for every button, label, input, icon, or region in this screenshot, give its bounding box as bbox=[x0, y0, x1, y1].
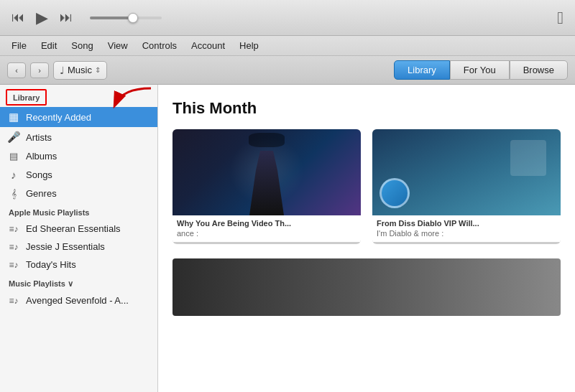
menu-song[interactable]: Song bbox=[65, 39, 98, 52]
menu-edit[interactable]: Edit bbox=[35, 39, 63, 52]
playlist-icon-2: ≡♪ bbox=[7, 242, 20, 252]
jessie-j-label: Jessie J Essentials bbox=[26, 241, 150, 252]
source-selector[interactable]: ♩ Music ⇕ bbox=[53, 61, 107, 80]
chevron-up-down-icon: ⇕ bbox=[95, 66, 101, 74]
albums-icon: ▤ bbox=[7, 151, 20, 162]
bottom-card[interactable] bbox=[172, 258, 561, 316]
music-card-1[interactable]: Why You Are Being Video Th... ance : bbox=[172, 129, 361, 244]
rewind-button[interactable]: ⏮ bbox=[9, 7, 27, 28]
card2-sub: I'm Diablo & more : bbox=[377, 228, 556, 238]
sidebar-item-ed-sheeran[interactable]: ≡♪ Ed Sheeran Essentials bbox=[0, 220, 157, 238]
main-layout: Library ▦ Recently Added 🎤 Artists ▤ Alb… bbox=[0, 85, 575, 392]
sidebar-item-artists[interactable]: 🎤 Artists bbox=[0, 127, 157, 147]
todays-hits-label: Today's Hits bbox=[26, 259, 150, 270]
ed-sheeran-label: Ed Sheeran Essentials bbox=[26, 223, 150, 234]
artists-icon: 🎤 bbox=[7, 131, 20, 144]
library-header: Library bbox=[13, 93, 40, 102]
back-button[interactable]: ‹ bbox=[7, 62, 26, 78]
fastforward-button[interactable]: ⏭ bbox=[57, 7, 75, 28]
songs-icon: ♪ bbox=[7, 169, 20, 181]
music-card-2[interactable]: From Diss Diablo VIP Will... I'm Diablo … bbox=[372, 129, 561, 244]
avenged-label: Avenged Sevenfold - A... bbox=[26, 295, 150, 306]
sidebar-item-jessie-j[interactable]: ≡♪ Jessie J Essentials bbox=[0, 238, 157, 256]
volume-thumb bbox=[128, 13, 138, 23]
album-art-2 bbox=[372, 129, 561, 215]
music-note-icon: ♩ bbox=[60, 65, 65, 76]
albums-label: Albums bbox=[26, 151, 150, 162]
content-area: This Month Why You Are Being Video Th...… bbox=[158, 85, 575, 392]
card1-sub: ance : bbox=[177, 228, 356, 238]
artists-label: Artists bbox=[26, 132, 150, 143]
sidebar-item-genres[interactable]: 𝄞 Genres bbox=[0, 185, 157, 202]
genres-label: Genres bbox=[26, 188, 150, 199]
volume-slider[interactable] bbox=[90, 17, 162, 19]
tab-library[interactable]: Library bbox=[394, 60, 450, 80]
songs-label: Songs bbox=[26, 169, 150, 180]
sidebar-item-todays-hits[interactable]: ≡♪ Today's Hits bbox=[0, 256, 157, 274]
card-caption-1: Why You Are Being Video Th... ance : bbox=[172, 215, 361, 242]
source-label: Music bbox=[68, 65, 92, 75]
card-caption-2: From Diss Diablo VIP Will... I'm Diablo … bbox=[372, 215, 561, 242]
section-title: This Month bbox=[172, 99, 561, 118]
apple-music-playlists-header: Apple Music Playlists bbox=[0, 202, 157, 220]
sidebar-item-albums[interactable]: ▤ Albums bbox=[0, 147, 157, 165]
tab-browse[interactable]: Browse bbox=[510, 60, 568, 80]
menu-controls[interactable]: Controls bbox=[137, 39, 183, 52]
sidebar: Library ▦ Recently Added 🎤 Artists ▤ Alb… bbox=[0, 85, 158, 392]
playback-controls: ⏮ ▶ ⏭ bbox=[9, 6, 162, 30]
menu-file[interactable]: File bbox=[6, 39, 32, 52]
play-button[interactable]: ▶ bbox=[33, 6, 51, 30]
recently-added-label: Recently Added bbox=[26, 112, 150, 123]
music-playlists-header[interactable]: Music Playlists ∨ bbox=[0, 274, 157, 291]
album-art-1 bbox=[172, 129, 361, 215]
toolbar: ‹ › ♩ Music ⇕ Library For You Browse bbox=[0, 56, 575, 85]
sidebar-item-songs[interactable]: ♪ Songs bbox=[0, 165, 157, 185]
menu-help[interactable]: Help bbox=[234, 39, 264, 52]
forward-button[interactable]: › bbox=[30, 62, 49, 78]
playlist-icon-4: ≡♪ bbox=[7, 296, 20, 306]
menubar: File Edit Song View Controls Account Hel… bbox=[0, 36, 575, 56]
sidebar-item-avenged[interactable]: ≡♪ Avenged Sevenfold - A... bbox=[0, 291, 157, 309]
playlist-icon-3: ≡♪ bbox=[7, 260, 20, 270]
tab-group: Library For You Browse bbox=[394, 60, 568, 80]
card1-title: Why You Are Being Video Th... bbox=[177, 218, 356, 228]
card2-title: From Diss Diablo VIP Will... bbox=[377, 218, 556, 228]
playlist-icon: ≡♪ bbox=[7, 224, 20, 234]
titlebar: ⏮ ▶ ⏭  bbox=[0, 0, 575, 36]
grid-icon: ▦ bbox=[7, 111, 20, 123]
tab-for-you[interactable]: For You bbox=[450, 60, 510, 80]
menu-account[interactable]: Account bbox=[185, 39, 231, 52]
menu-view[interactable]: View bbox=[102, 39, 134, 52]
genres-icon: 𝄞 bbox=[7, 189, 20, 199]
sidebar-item-recently-added[interactable]: ▦ Recently Added bbox=[0, 107, 157, 127]
card-grid: Why You Are Being Video Th... ance : Fro… bbox=[172, 129, 561, 244]
apple-logo-icon:  bbox=[557, 8, 564, 28]
silhouette-figure bbox=[245, 151, 288, 215]
